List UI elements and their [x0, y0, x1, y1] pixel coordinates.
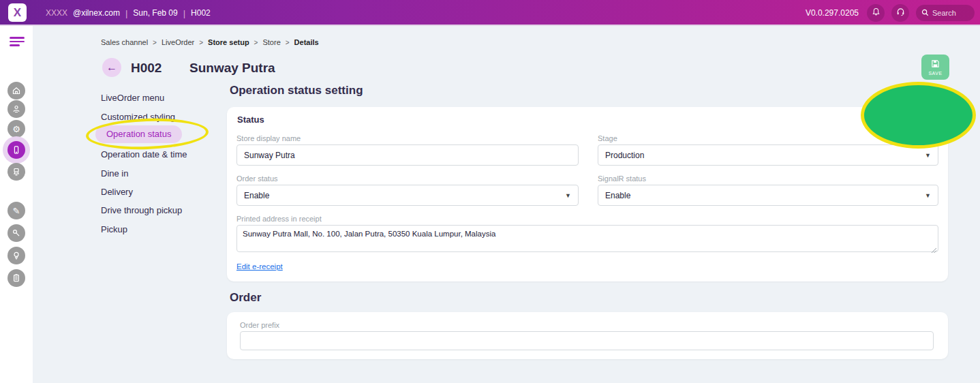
order-status-value: Enable: [244, 191, 269, 200]
top-bar-actions: V0.0.297.0205: [806, 0, 975, 26]
breadcrumb-sales-channel[interactable]: Sales channel: [101, 38, 148, 46]
app-root: X XXXX @xilnex.com | Sun, Feb 09 | H002 …: [0, 0, 980, 383]
divider: |: [183, 8, 185, 18]
order-status-label: Order status: [236, 174, 278, 183]
signalr-status-value: Enable: [605, 191, 630, 200]
account-info: XXXX @xilnex.com | Sun, Feb 09 | H002: [46, 0, 211, 26]
order-section-title: Order: [230, 291, 261, 305]
donation-icon[interactable]: [7, 100, 25, 118]
floppy-disk-icon: [931, 59, 940, 70]
menu-item-delivery[interactable]: Delivery: [101, 187, 133, 197]
breadcrumb-store[interactable]: Store: [262, 38, 280, 46]
divider: |: [125, 8, 127, 18]
icon-rail: ⚙ ✎: [0, 26, 33, 383]
chevron-down-icon: ▼: [925, 192, 931, 199]
gear-icon[interactable]: ⚙: [7, 120, 25, 138]
breadcrumb-details: Details: [294, 38, 319, 46]
account-masked: XXXX: [46, 8, 67, 18]
wrench-icon[interactable]: [7, 224, 25, 242]
save-button[interactable]: SAVE: [921, 55, 949, 80]
toggle-knob: [929, 117, 938, 126]
account-domain: @xilnex.com: [73, 8, 120, 18]
support-button[interactable]: [891, 4, 909, 22]
stage-select[interactable]: Production ▼: [598, 144, 938, 166]
version-text: V0.0.297.0205: [806, 8, 859, 18]
status-toggle[interactable]: [917, 115, 940, 127]
header-date: Sun, Feb 09: [133, 8, 177, 18]
breadcrumb-store-setup[interactable]: Store setup: [208, 38, 249, 46]
menu-item-dine-in[interactable]: Dine in: [101, 168, 128, 179]
logo-letter: X: [14, 6, 21, 20]
headset-icon: [896, 7, 905, 19]
breadcrumb: Sales channel > LiveOrder > Store setup …: [101, 38, 319, 46]
store-display-name-label: Store display name: [236, 134, 301, 142]
clipboard-icon[interactable]: [7, 269, 25, 287]
textarea-resize-handle[interactable]: [931, 244, 937, 250]
signalr-status-label: SignalR status: [598, 174, 646, 183]
breadcrumb-liveorder[interactable]: LiveOrder: [162, 38, 194, 46]
home-icon[interactable]: [7, 82, 25, 99]
signalr-status-select[interactable]: Enable ▼: [598, 185, 938, 206]
hamburger-menu-icon[interactable]: [10, 37, 25, 46]
bulb-icon[interactable]: [7, 247, 25, 264]
menu-item-customized-styling[interactable]: Customized styling: [101, 112, 175, 122]
order-prefix-label: Order prefix: [240, 321, 279, 329]
pencil-icon[interactable]: ✎: [7, 202, 25, 219]
chevron-down-icon: ▼: [565, 192, 571, 199]
menu-item-operation-date-time[interactable]: Operation date & time: [101, 149, 187, 159]
bell-icon: [872, 7, 881, 19]
back-arrow-icon: ←: [106, 61, 117, 74]
menu-item-pickup[interactable]: Pickup: [101, 224, 127, 234]
chevron-down-icon: ▼: [925, 152, 931, 159]
search-box[interactable]: [916, 5, 975, 21]
header-store-code: H002: [191, 8, 211, 18]
stage-label: Stage: [598, 134, 617, 142]
notifications-button[interactable]: [867, 4, 885, 22]
search-icon: [921, 7, 929, 19]
menu-item-operation-status[interactable]: Operation status: [95, 125, 182, 143]
xilnex-logo[interactable]: X: [8, 3, 27, 22]
page-store-code: H002: [131, 61, 162, 76]
page-store-name: Sunway Putra: [189, 61, 275, 76]
search-input[interactable]: [932, 9, 968, 17]
order-prefix-input[interactable]: [240, 331, 934, 350]
operation-status-setting-title: Operation status setting: [230, 84, 363, 97]
printed-address-label: Printed address in receipt: [236, 215, 322, 223]
printed-address-textarea[interactable]: Sunway Putra Mall, No. 100, Jalan Putra,…: [236, 225, 938, 252]
top-bar: X XXXX @xilnex.com | Sun, Feb 09 | H002 …: [0, 0, 980, 26]
store-display-name-input[interactable]: [236, 144, 579, 166]
edit-e-receipt-link[interactable]: Edit e-receipt: [236, 262, 283, 271]
menu-item-liveorder-menu[interactable]: LiveOrder menu: [101, 93, 164, 103]
status-label: Status: [237, 114, 264, 125]
order-status-select[interactable]: Enable ▼: [236, 185, 579, 206]
menu-item-drive-through-pickup[interactable]: Drive through pickup: [101, 205, 182, 215]
stage-value: Production: [605, 151, 644, 160]
mobile-icon[interactable]: [7, 141, 25, 159]
save-button-label: SAVE: [928, 71, 942, 76]
pos-terminal-icon[interactable]: [7, 163, 25, 181]
back-button[interactable]: ←: [102, 58, 121, 77]
